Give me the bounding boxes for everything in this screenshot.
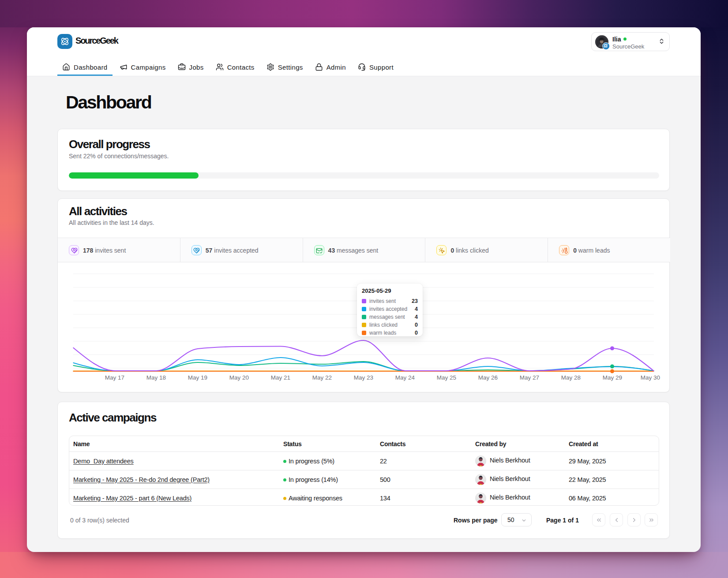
svg-text:May 29: May 29 bbox=[603, 374, 622, 381]
svg-text:May 18: May 18 bbox=[146, 374, 166, 381]
svg-text:May 20: May 20 bbox=[229, 374, 249, 381]
svg-text:May 26: May 26 bbox=[478, 374, 498, 381]
svg-text:May 23: May 23 bbox=[354, 374, 373, 381]
svg-text:May 25: May 25 bbox=[437, 374, 456, 381]
svg-text:May 27: May 27 bbox=[520, 374, 539, 381]
svg-text:May 21: May 21 bbox=[271, 374, 290, 381]
svg-text:May 24: May 24 bbox=[395, 374, 415, 381]
svg-text:May 28: May 28 bbox=[561, 374, 581, 381]
svg-text:May 17: May 17 bbox=[105, 374, 124, 381]
svg-text:May 22: May 22 bbox=[312, 374, 332, 381]
svg-text:May 30: May 30 bbox=[641, 374, 660, 381]
svg-text:May 19: May 19 bbox=[188, 374, 207, 381]
